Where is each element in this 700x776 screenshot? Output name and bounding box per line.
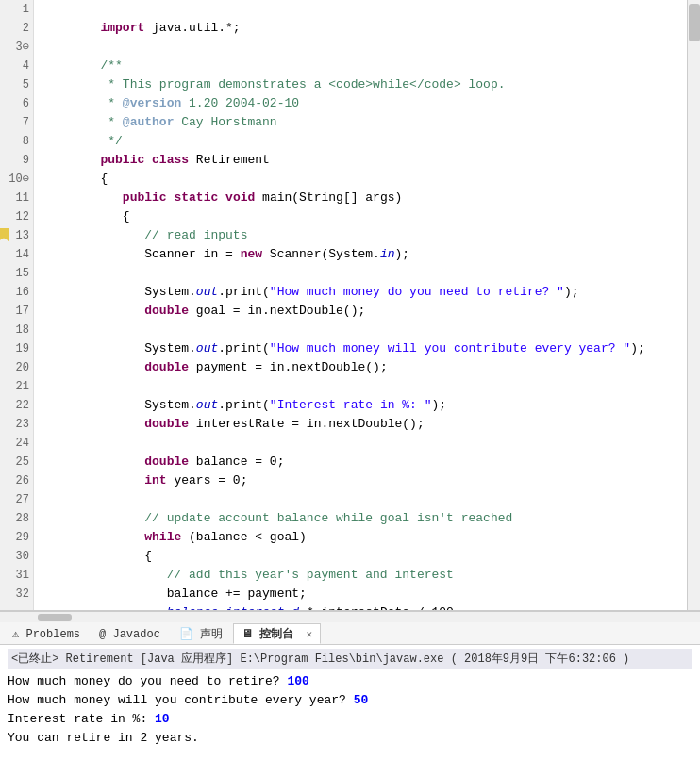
line-15: 15 bbox=[0, 264, 33, 283]
code-line-27: // update account balance while goal isn… bbox=[42, 490, 687, 509]
scrollbar-thumb[interactable] bbox=[689, 4, 700, 41]
console-text-1: How much money do you need to retire? bbox=[8, 674, 287, 688]
line-12: 12 bbox=[0, 207, 33, 226]
tab-console[interactable]: 🖥 控制台 ✕ bbox=[233, 623, 321, 644]
line-9: 9 bbox=[0, 151, 33, 170]
line-25: 25 bbox=[0, 453, 33, 471]
declaration-tab-icon: 📄 bbox=[179, 628, 193, 641]
code-line-4: * This program demonstrates a <code>whil… bbox=[42, 57, 687, 75]
line-27: 27 bbox=[0, 490, 33, 509]
code-line-3: /** bbox=[42, 38, 687, 57]
code-line-15: System.out.print("How much money do you … bbox=[42, 264, 687, 283]
line-18: 18 bbox=[0, 321, 33, 339]
line-21: 21 bbox=[0, 377, 33, 396]
code-line-24: double balance = 0; bbox=[42, 434, 687, 453]
console-tab-close[interactable]: ✕ bbox=[306, 629, 312, 640]
code-line-8: public class Retirement bbox=[42, 132, 687, 151]
problems-tab-label: Problems bbox=[25, 628, 80, 641]
code-line-10: public static void main(String[] args) bbox=[42, 170, 687, 189]
console-tab-label: 控制台 bbox=[259, 628, 293, 641]
editor-container: 1 2 3⊖ 4 5 6 7 8 9 10⊖ 11 12 13 14 15 16… bbox=[0, 0, 700, 776]
console-line-2: How much money will you contribute every… bbox=[8, 691, 692, 710]
code-line-12: // read inputs bbox=[42, 207, 687, 226]
horizontal-scrollbar[interactable] bbox=[0, 611, 700, 622]
line-22: 22 bbox=[0, 396, 33, 415]
console-input-2: 50 bbox=[354, 693, 369, 707]
line-numbers: 1 2 3⊖ 4 5 6 7 8 9 10⊖ 11 12 13 14 15 16… bbox=[0, 0, 34, 610]
line-5: 5 bbox=[0, 75, 33, 94]
console-tab-icon: 🖥 bbox=[242, 628, 253, 641]
line-11: 11 bbox=[0, 189, 33, 207]
console-header: <已终止> Retirement [Java 应用程序] E:\Program … bbox=[8, 649, 692, 669]
console-text-4: You can retire in 2 years. bbox=[8, 731, 199, 745]
line-20: 20 bbox=[0, 358, 33, 377]
line-10: 10⊖ bbox=[0, 170, 33, 189]
code-line-21: System.out.print("Interest rate in %: ")… bbox=[42, 377, 687, 396]
line-31: 31 bbox=[0, 566, 33, 585]
panel-tabs: ⚠ Problems @ Javadoc 📄 声明 🖥 控制台 ✕ bbox=[0, 622, 700, 645]
code-line-18: System.out.print("How much money will yo… bbox=[42, 321, 687, 339]
problems-tab-icon: ⚠ bbox=[12, 628, 19, 641]
line-19: 19 bbox=[0, 339, 33, 358]
line-28: 28 bbox=[0, 509, 33, 528]
line-26: 26 bbox=[0, 471, 33, 490]
line-16: 16 bbox=[0, 283, 33, 302]
javadoc-tab-icon: @ bbox=[99, 628, 106, 641]
console-line-4: You can retire in 2 years. bbox=[8, 729, 692, 748]
line-32: 32 bbox=[0, 585, 33, 603]
line-30: 30 bbox=[0, 547, 33, 566]
line-7: 7 bbox=[0, 113, 33, 132]
console-output: <已终止> Retirement [Java 应用程序] E:\Program … bbox=[0, 645, 700, 776]
line-24: 24 bbox=[0, 434, 33, 453]
bottom-panel: ⚠ Problems @ Javadoc 📄 声明 🖥 控制台 ✕ <已终止> … bbox=[0, 622, 700, 776]
line-1: 1 bbox=[0, 0, 33, 19]
console-text-3: Interest rate in %: bbox=[8, 712, 155, 726]
code-text[interactable]: import java.util.*; /** * This program d… bbox=[34, 0, 687, 610]
vertical-scrollbar[interactable] bbox=[687, 0, 700, 610]
code-line-1: import java.util.*; bbox=[42, 0, 687, 19]
line-4: 4 bbox=[0, 57, 33, 75]
code-editor[interactable]: 1 2 3⊖ 4 5 6 7 8 9 10⊖ 11 12 13 14 15 16… bbox=[0, 0, 700, 611]
line-14: 14 bbox=[0, 245, 33, 264]
line-6: 6 bbox=[0, 94, 33, 113]
tab-javadoc[interactable]: @ Javadoc bbox=[91, 623, 169, 644]
console-line-3: Interest rate in %: 10 bbox=[8, 710, 692, 729]
javadoc-tab-label: Javadoc bbox=[112, 628, 159, 641]
line-17: 17 bbox=[0, 302, 33, 321]
line-23: 23 bbox=[0, 415, 33, 434]
tab-problems[interactable]: ⚠ Problems bbox=[4, 623, 89, 644]
line-8: 8 bbox=[0, 132, 33, 151]
line-29: 29 bbox=[0, 528, 33, 547]
line-3: 3⊖ bbox=[0, 38, 33, 57]
line-13: 13 bbox=[0, 226, 33, 245]
console-input-1: 100 bbox=[287, 674, 308, 688]
h-scrollbar-thumb[interactable] bbox=[38, 614, 72, 621]
console-line-1: How much money do you need to retire? 10… bbox=[8, 672, 692, 691]
console-input-3: 10 bbox=[155, 712, 170, 726]
declaration-tab-label: 声明 bbox=[200, 628, 223, 641]
console-text-2: How much money will you contribute every… bbox=[8, 693, 354, 707]
tab-declaration[interactable]: 📄 声明 bbox=[171, 623, 231, 644]
line-2: 2 bbox=[0, 19, 33, 38]
